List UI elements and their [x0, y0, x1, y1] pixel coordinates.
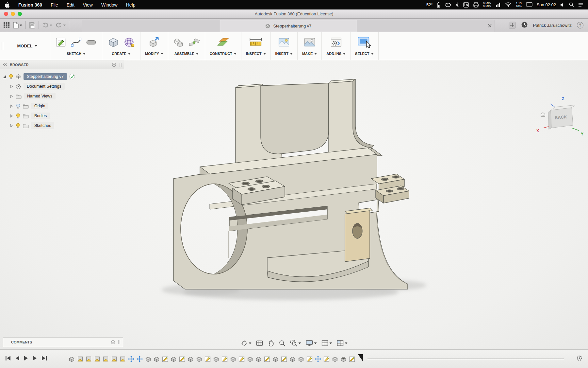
menu-file[interactable]: File — [51, 2, 58, 8]
file-menu-button[interactable] — [13, 22, 22, 28]
menumeters-bars-icon[interactable] — [496, 2, 501, 7]
undo-button[interactable] — [42, 22, 52, 28]
extrude-feature-icon[interactable] — [153, 355, 160, 363]
disclosure-collapsed-icon[interactable] — [10, 104, 13, 108]
panel-grip-icon[interactable] — [120, 62, 122, 67]
construct-menu[interactable]: CONSTRUCT — [210, 52, 237, 56]
plane-feature-icon[interactable] — [102, 355, 109, 363]
extrude-feature-icon[interactable] — [68, 355, 75, 363]
extrude-feature-icon[interactable] — [246, 355, 254, 363]
job-status-clock-icon[interactable] — [521, 21, 528, 29]
sketch-feature-icon[interactable] — [178, 355, 186, 363]
data-panel-grid-button[interactable] — [3, 22, 10, 28]
close-tab-icon[interactable] — [488, 23, 492, 29]
apple-menu-icon[interactable] — [5, 2, 10, 8]
sketch-feature-icon[interactable] — [221, 355, 228, 363]
disclosure-collapsed-icon[interactable] — [10, 85, 13, 88]
user-account-name[interactable]: Patrick Jaruschowitz — [533, 23, 572, 28]
sketch-feature-icon[interactable] — [348, 355, 356, 363]
create-form-icon[interactable] — [122, 36, 136, 49]
move-feature-icon[interactable] — [127, 355, 135, 363]
pan-hand-button[interactable] — [268, 340, 274, 347]
browser-item-label[interactable]: Bodies — [31, 113, 50, 119]
sketch-feature-icon[interactable] — [204, 355, 211, 363]
app-menu-title[interactable]: Fusion 360 — [18, 2, 42, 8]
close-window-button[interactable] — [4, 12, 8, 16]
browser-item-label[interactable]: Origin — [31, 103, 48, 109]
temperature-status[interactable]: 52° — [426, 2, 433, 7]
sketch-feature-icon[interactable] — [238, 355, 245, 363]
extrude-feature-icon[interactable] — [212, 355, 220, 363]
menu-help[interactable]: Help — [126, 2, 136, 8]
display-airplay-icon[interactable] — [526, 2, 532, 7]
insert-image-icon[interactable] — [277, 36, 291, 49]
collapse-panel-icon[interactable] — [3, 63, 7, 67]
plane-feature-icon[interactable] — [93, 355, 101, 363]
visibility-lightbulb-icon[interactable] — [16, 103, 21, 109]
step-forward-button[interactable] — [33, 356, 37, 362]
viewcube[interactable]: Z X Y BACK — [538, 98, 583, 137]
extrude-feature-icon[interactable] — [289, 355, 296, 363]
select-menu[interactable]: SELECT — [355, 52, 373, 56]
browser-item-label[interactable]: Document Settings — [24, 83, 65, 90]
help-button[interactable]: ? — [577, 22, 583, 28]
sketch-feature-icon[interactable] — [161, 355, 169, 363]
addins-menu[interactable]: ADD-INS — [326, 52, 346, 56]
press-pull-icon[interactable] — [148, 36, 161, 49]
visibility-lightbulb-icon[interactable] — [8, 74, 13, 79]
joint-icon[interactable] — [188, 36, 200, 48]
play-button[interactable] — [24, 356, 28, 362]
extrude-feature-icon[interactable] — [195, 355, 203, 363]
spline-tool-icon[interactable] — [70, 36, 82, 48]
menu-edit[interactable]: Edit — [67, 2, 74, 8]
sketch-feature-icon[interactable] — [323, 355, 330, 363]
sketch-menu[interactable]: SKETCH — [67, 52, 86, 56]
browser-item-named-views[interactable]: Named Views — [3, 91, 124, 101]
extrude-feature-icon[interactable] — [187, 355, 194, 363]
redo-button[interactable] — [56, 22, 66, 28]
model-viewport[interactable]: BROWSER Stepperhalterung v7 Docum — [0, 60, 588, 349]
minimize-window-button[interactable] — [11, 12, 15, 16]
create-solid-icon[interactable] — [107, 36, 120, 49]
browser-item-document-settings[interactable]: Document Settings — [3, 81, 124, 91]
document-tab[interactable]: Stepperhalterung v7 — [220, 20, 357, 32]
timeline-track[interactable] — [68, 350, 568, 368]
timeline-settings-gear-icon[interactable] — [576, 355, 583, 363]
window-titlebar[interactable]: Autodesk Fusion 360 (Education License) — [0, 9, 588, 19]
printer-icon[interactable] — [473, 2, 479, 8]
extrude-feature-icon[interactable] — [272, 355, 279, 363]
zoom-window-button[interactable] — [290, 340, 301, 347]
plane-feature-icon[interactable] — [119, 355, 126, 363]
bluetooth-icon[interactable] — [455, 2, 459, 8]
plane-feature-icon[interactable] — [110, 355, 118, 363]
skip-to-end-button[interactable] — [41, 356, 47, 362]
spotlight-search-icon[interactable] — [569, 2, 574, 7]
new-component-icon[interactable] — [173, 36, 185, 48]
browser-root-label[interactable]: Stepperhalterung v7 — [24, 73, 67, 80]
orbit-tool-button[interactable] — [241, 340, 252, 347]
move-feature-icon[interactable] — [314, 355, 322, 363]
new-document-tab-button[interactable] — [509, 22, 516, 29]
linkedin-app-icon[interactable] — [463, 2, 469, 8]
notification-center-icon[interactable] — [578, 3, 583, 7]
create-sketch-icon[interactable] — [55, 36, 67, 48]
skip-to-start-button[interactable] — [5, 356, 11, 362]
volume-icon[interactable] — [560, 3, 565, 7]
select-tool-icon[interactable] — [357, 35, 372, 49]
wifi-icon[interactable] — [505, 2, 512, 7]
sketch-feature-icon[interactable] — [280, 355, 288, 363]
visibility-lightbulb-icon[interactable] — [16, 113, 21, 119]
extrude-feature-icon[interactable] — [331, 355, 339, 363]
create-menu[interactable]: CREATE — [112, 52, 130, 56]
browser-item-origin[interactable]: Origin — [3, 101, 124, 111]
menu-window[interactable]: Window — [101, 2, 118, 8]
plane-feature-icon[interactable] — [76, 355, 84, 363]
extrude-feature-icon[interactable] — [255, 355, 262, 363]
disclosure-collapsed-icon[interactable] — [10, 124, 13, 128]
toolbar-grip-handle[interactable] — [0, 32, 5, 60]
scripts-addins-icon[interactable] — [329, 36, 343, 49]
viewports-button[interactable] — [337, 340, 348, 346]
timeline-position-marker[interactable] — [358, 354, 363, 361]
inspect-menu[interactable]: INSPECT — [246, 52, 266, 56]
sketch-feature-icon[interactable] — [306, 355, 313, 363]
